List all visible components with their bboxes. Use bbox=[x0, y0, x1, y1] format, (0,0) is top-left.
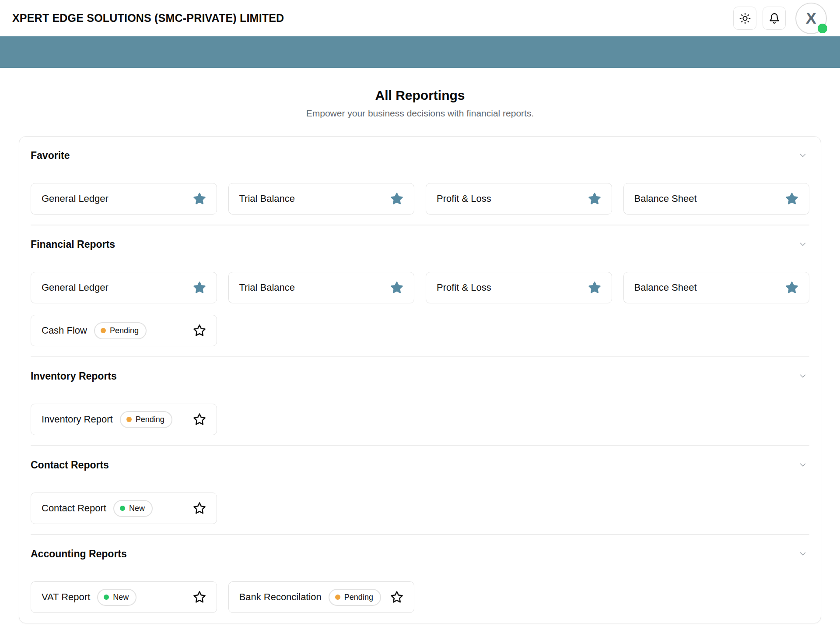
favorite-star-button[interactable] bbox=[192, 590, 207, 605]
star-outline-icon bbox=[390, 591, 403, 604]
status-dot bbox=[126, 417, 132, 422]
star-filled-icon bbox=[193, 192, 206, 205]
report-label: VAT Report bbox=[42, 591, 90, 603]
section-title: Favorite bbox=[31, 150, 70, 162]
star-filled-icon bbox=[785, 281, 798, 294]
favorite-star-button[interactable] bbox=[784, 280, 799, 295]
report-card[interactable]: Contact Report New bbox=[31, 493, 217, 524]
star-filled-icon bbox=[390, 281, 403, 294]
star-filled-icon bbox=[390, 192, 403, 205]
page: XPERT EDGE SOLUTIONS (SMC-PRIVATE) LIMIT… bbox=[0, 0, 840, 644]
report-card[interactable]: Trial Balance bbox=[228, 272, 415, 303]
online-status-dot bbox=[818, 24, 827, 33]
report-label: Cash Flow bbox=[42, 325, 87, 336]
section-grid: Contact Report New bbox=[31, 493, 809, 524]
report-label: Inventory Report bbox=[42, 414, 113, 425]
user-avatar[interactable]: X bbox=[795, 3, 827, 34]
section-title: Contact Reports bbox=[31, 459, 109, 471]
section-header: Contact Reports bbox=[31, 458, 809, 472]
status-dot bbox=[120, 506, 125, 511]
chevron-down-icon bbox=[798, 460, 808, 470]
favorite-star-button[interactable] bbox=[784, 191, 799, 206]
favorite-star-button[interactable] bbox=[192, 501, 207, 516]
report-section-inventory-reports: Inventory Reports Inventory Report Pendi… bbox=[31, 356, 809, 445]
chevron-down-icon bbox=[798, 549, 808, 559]
theme-toggle-button[interactable] bbox=[733, 7, 756, 30]
app-header: XPERT EDGE SOLUTIONS (SMC-PRIVATE) LIMIT… bbox=[0, 0, 840, 36]
section-collapse-button[interactable] bbox=[796, 458, 809, 472]
section-title: Financial Reports bbox=[31, 239, 115, 250]
section-collapse-button[interactable] bbox=[796, 238, 809, 251]
star-filled-icon bbox=[588, 281, 601, 294]
star-outline-icon bbox=[193, 413, 206, 426]
report-section-contact-reports: Contact Reports Contact Report New bbox=[31, 445, 809, 534]
page-subtitle: Empower your business decisions with fin… bbox=[0, 108, 840, 119]
report-label: Contact Report bbox=[42, 503, 106, 514]
report-label: Bank Reconcilation bbox=[239, 591, 322, 603]
chevron-down-icon bbox=[798, 151, 808, 160]
section-header: Accounting Reports bbox=[31, 547, 809, 560]
report-card[interactable]: Profit & Loss bbox=[426, 183, 612, 215]
chevron-down-icon bbox=[798, 239, 808, 249]
section-title: Inventory Reports bbox=[31, 370, 117, 382]
favorite-star-button[interactable] bbox=[587, 191, 602, 206]
favorite-star-button[interactable] bbox=[192, 191, 207, 206]
section-collapse-button[interactable] bbox=[796, 547, 809, 560]
report-card[interactable]: Cash Flow Pending bbox=[31, 315, 217, 346]
star-outline-icon bbox=[193, 502, 206, 515]
header-actions: X bbox=[733, 3, 827, 34]
report-label: Profit & Loss bbox=[437, 193, 491, 204]
status-badge-label: New bbox=[129, 504, 145, 513]
star-filled-icon bbox=[193, 281, 206, 294]
favorite-star-button[interactable] bbox=[389, 590, 404, 605]
sun-icon bbox=[739, 13, 751, 24]
section-header: Inventory Reports bbox=[31, 370, 809, 383]
reports-panel: Favorite General Ledger Trial Balance bbox=[19, 136, 821, 623]
status-dot bbox=[101, 328, 106, 333]
company-title: XPERT EDGE SOLUTIONS (SMC-PRIVATE) LIMIT… bbox=[12, 12, 284, 25]
favorite-star-button[interactable] bbox=[192, 412, 207, 427]
section-collapse-button[interactable] bbox=[796, 370, 809, 383]
avatar-letter: X bbox=[805, 9, 816, 28]
favorite-star-button[interactable] bbox=[389, 191, 404, 206]
status-badge: New bbox=[97, 589, 136, 606]
report-card[interactable]: Trial Balance bbox=[228, 183, 415, 215]
report-card[interactable]: General Ledger bbox=[31, 272, 217, 303]
notifications-button[interactable] bbox=[763, 7, 786, 30]
report-label: Trial Balance bbox=[239, 282, 295, 293]
report-card[interactable]: General Ledger bbox=[31, 183, 217, 215]
status-dot bbox=[104, 595, 109, 600]
favorite-star-button[interactable] bbox=[587, 280, 602, 295]
report-card[interactable]: Balance Sheet bbox=[623, 183, 810, 215]
favorite-star-button[interactable] bbox=[192, 280, 207, 295]
report-label: Trial Balance bbox=[239, 193, 295, 204]
report-card[interactable]: Bank Reconcilation Pending bbox=[228, 581, 415, 613]
report-card[interactable]: Profit & Loss bbox=[426, 272, 612, 303]
section-header: Favorite bbox=[31, 149, 809, 162]
report-label: Balance Sheet bbox=[634, 193, 697, 204]
banner-strip bbox=[0, 36, 840, 68]
report-label: General Ledger bbox=[42, 282, 108, 293]
section-grid: General Ledger Trial Balance Profit & Lo… bbox=[31, 183, 809, 215]
report-label: Balance Sheet bbox=[634, 282, 697, 293]
star-outline-icon bbox=[193, 591, 206, 604]
section-grid: Inventory Report Pending bbox=[31, 404, 809, 435]
report-section-favorite: Favorite General Ledger Trial Balance bbox=[31, 137, 809, 225]
star-filled-icon bbox=[588, 192, 601, 205]
report-card[interactable]: VAT Report New bbox=[31, 581, 217, 613]
section-collapse-button[interactable] bbox=[796, 149, 809, 162]
report-card[interactable]: Inventory Report Pending bbox=[31, 404, 217, 435]
favorite-star-button[interactable] bbox=[389, 280, 404, 295]
favorite-star-button[interactable] bbox=[192, 323, 207, 338]
status-badge-label: Pending bbox=[136, 415, 164, 424]
status-badge-label: Pending bbox=[110, 326, 139, 335]
star-outline-icon bbox=[193, 324, 206, 337]
report-section-financial-reports: Financial Reports General Ledger Trial B… bbox=[31, 225, 809, 356]
reports-container: Favorite General Ledger Trial Balance bbox=[31, 137, 809, 623]
section-header: Financial Reports bbox=[31, 238, 809, 251]
status-badge-label: Pending bbox=[344, 593, 373, 602]
chevron-down-icon bbox=[798, 371, 808, 381]
report-card[interactable]: Balance Sheet bbox=[623, 272, 810, 303]
page-title: All Reportings bbox=[0, 88, 840, 103]
status-badge: Pending bbox=[94, 322, 147, 339]
